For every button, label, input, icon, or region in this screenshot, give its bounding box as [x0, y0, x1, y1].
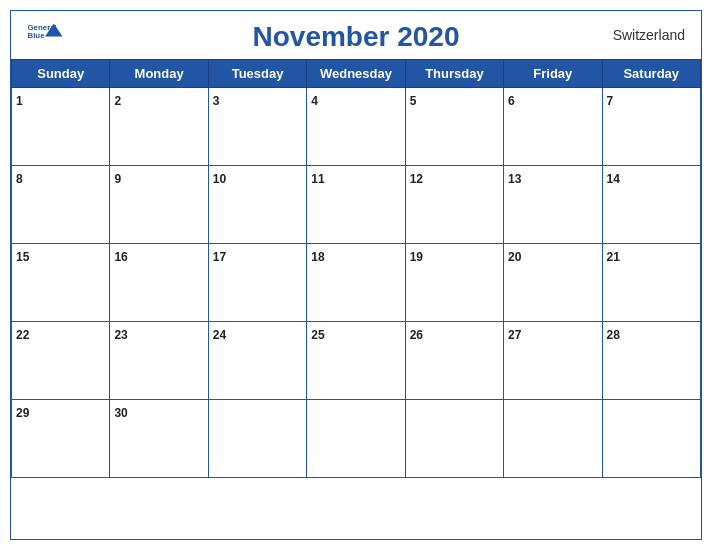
day-number: 23 [114, 328, 127, 342]
day-number: 20 [508, 250, 521, 264]
calendar-day-cell: 30 [110, 400, 208, 478]
header-tuesday: Tuesday [208, 60, 306, 88]
month-title: November 2020 [252, 21, 459, 53]
calendar-week-row: 15161718192021 [12, 244, 701, 322]
calendar-day-cell [307, 400, 405, 478]
day-number: 9 [114, 172, 121, 186]
calendar-day-cell: 21 [602, 244, 700, 322]
calendar-day-cell: 3 [208, 88, 306, 166]
calendar-header: General Blue November 2020 Switzerland [11, 11, 701, 59]
calendar-day-cell: 22 [12, 322, 110, 400]
day-number: 1 [16, 94, 23, 108]
day-number: 6 [508, 94, 515, 108]
day-number: 24 [213, 328, 226, 342]
calendar-day-cell: 27 [504, 322, 602, 400]
calendar-day-cell: 5 [405, 88, 503, 166]
calendar-day-cell: 16 [110, 244, 208, 322]
calendar-day-cell: 20 [504, 244, 602, 322]
day-number: 26 [410, 328, 423, 342]
day-number: 22 [16, 328, 29, 342]
day-number: 11 [311, 172, 324, 186]
day-number: 25 [311, 328, 324, 342]
day-number: 28 [607, 328, 620, 342]
day-number: 15 [16, 250, 29, 264]
calendar-day-cell: 1 [12, 88, 110, 166]
day-number: 13 [508, 172, 521, 186]
calendar-day-cell [602, 400, 700, 478]
calendar-week-row: 22232425262728 [12, 322, 701, 400]
calendar-day-cell: 2 [110, 88, 208, 166]
calendar-day-cell: 13 [504, 166, 602, 244]
calendar-day-cell: 11 [307, 166, 405, 244]
calendar-day-cell: 6 [504, 88, 602, 166]
general-blue-logo-icon: General Blue [27, 19, 63, 47]
calendar-day-cell: 15 [12, 244, 110, 322]
header-monday: Monday [110, 60, 208, 88]
weekday-header-row: Sunday Monday Tuesday Wednesday Thursday… [12, 60, 701, 88]
calendar-day-cell [405, 400, 503, 478]
header-wednesday: Wednesday [307, 60, 405, 88]
calendar-day-cell: 25 [307, 322, 405, 400]
day-number: 27 [508, 328, 521, 342]
day-number: 3 [213, 94, 220, 108]
calendar-day-cell: 26 [405, 322, 503, 400]
svg-text:Blue: Blue [28, 31, 46, 40]
calendar-day-cell: 12 [405, 166, 503, 244]
calendar-day-cell: 9 [110, 166, 208, 244]
calendar-day-cell: 10 [208, 166, 306, 244]
calendar-day-cell: 28 [602, 322, 700, 400]
day-number: 5 [410, 94, 417, 108]
day-number: 14 [607, 172, 620, 186]
day-number: 12 [410, 172, 423, 186]
day-number: 8 [16, 172, 23, 186]
calendar-day-cell: 29 [12, 400, 110, 478]
calendar-day-cell: 8 [12, 166, 110, 244]
country-label: Switzerland [613, 27, 685, 43]
calendar-grid: Sunday Monday Tuesday Wednesday Thursday… [11, 59, 701, 478]
day-number: 18 [311, 250, 324, 264]
calendar-day-cell: 14 [602, 166, 700, 244]
calendar-container: General Blue November 2020 Switzerland S… [10, 10, 702, 540]
day-number: 30 [114, 406, 127, 420]
day-number: 17 [213, 250, 226, 264]
calendar-day-cell [208, 400, 306, 478]
calendar-day-cell: 7 [602, 88, 700, 166]
day-number: 7 [607, 94, 614, 108]
day-number: 10 [213, 172, 226, 186]
header-thursday: Thursday [405, 60, 503, 88]
header-friday: Friday [504, 60, 602, 88]
calendar-day-cell: 18 [307, 244, 405, 322]
header-saturday: Saturday [602, 60, 700, 88]
calendar-day-cell: 17 [208, 244, 306, 322]
calendar-day-cell: 23 [110, 322, 208, 400]
day-number: 21 [607, 250, 620, 264]
calendar-day-cell: 19 [405, 244, 503, 322]
day-number: 4 [311, 94, 318, 108]
day-number: 19 [410, 250, 423, 264]
day-number: 2 [114, 94, 121, 108]
header-sunday: Sunday [12, 60, 110, 88]
calendar-day-cell: 4 [307, 88, 405, 166]
day-number: 29 [16, 406, 29, 420]
calendar-day-cell: 24 [208, 322, 306, 400]
calendar-day-cell [504, 400, 602, 478]
logo-area: General Blue [27, 19, 63, 47]
calendar-week-row: 2930 [12, 400, 701, 478]
day-number: 16 [114, 250, 127, 264]
calendar-week-row: 891011121314 [12, 166, 701, 244]
calendar-week-row: 1234567 [12, 88, 701, 166]
